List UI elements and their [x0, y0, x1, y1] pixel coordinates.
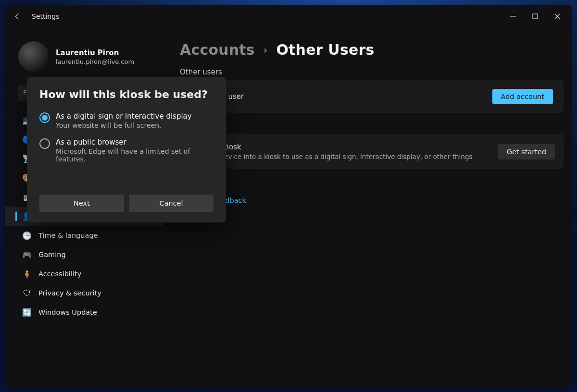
option-sub: Your website will be full screen. — [56, 122, 192, 129]
kiosk-title: Set up a kiosk — [190, 143, 498, 151]
chevron-right-icon: › — [263, 44, 267, 56]
option-sub: Microsoft Edge will have a limited set o… — [56, 147, 213, 163]
add-user-card: Add other user Add account — [180, 80, 564, 113]
sidebar-item-time[interactable]: 🕒Time & language — [5, 226, 163, 245]
kiosk-sub: Turn this device into a kiosk to use as … — [190, 153, 498, 160]
cancel-button[interactable]: Cancel — [129, 195, 213, 212]
kiosk-usage-dialog: How will this kiosk be used? As a digita… — [27, 77, 226, 222]
add-account-button[interactable]: Add account — [492, 89, 553, 104]
title-bar: Settings — [5, 5, 572, 28]
gaming-icon: 🎮 — [22, 250, 32, 259]
sidebar-item-label: Gaming — [38, 251, 66, 258]
window-title: Settings — [32, 12, 59, 20]
sidebar-item-label: Windows Update — [38, 308, 97, 316]
user-email: laurentiu.piron@live.com — [56, 58, 134, 65]
svg-rect-0 — [510, 16, 516, 17]
dialog-actions: Next Cancel — [39, 195, 213, 212]
sidebar-item-gaming[interactable]: 🎮Gaming — [5, 245, 163, 264]
minimize-button[interactable] — [502, 8, 524, 25]
give-feedback-link[interactable]: 💬 Give feedback — [180, 195, 564, 206]
breadcrumb-parent[interactable]: Accounts — [180, 41, 255, 58]
breadcrumb: Accounts › Other Users — [180, 41, 564, 58]
sidebar-item-label: Privacy & security — [38, 289, 101, 297]
time-icon: 🕒 — [22, 231, 32, 240]
option-title: As a digital sign or interactive display — [56, 112, 192, 121]
section-other-users: Other users — [180, 68, 564, 76]
settings-window: Settings Laurentiu Piron laurentiu.piron… — [5, 5, 572, 387]
option-title: As a public browser — [56, 138, 213, 147]
sidebar-item-label: Accessibility — [38, 270, 81, 278]
get-started-button[interactable]: Get started — [498, 144, 555, 159]
sidebar-item-accessibility[interactable]: 🧍Accessibility — [5, 264, 163, 283]
next-button[interactable]: Next — [39, 195, 124, 212]
close-button[interactable] — [546, 8, 568, 25]
maximize-button[interactable] — [524, 8, 546, 25]
breadcrumb-current: Other Users — [276, 41, 374, 58]
sidebar-item-update[interactable]: 🔄Windows Update — [5, 303, 163, 322]
user-name: Laurentiu Piron — [56, 49, 134, 57]
back-button[interactable] — [9, 8, 26, 25]
sidebar-item-privacy[interactable]: 🛡Privacy & security — [5, 283, 163, 303]
user-profile[interactable]: Laurentiu Piron laurentiu.piron@live.com — [5, 35, 163, 82]
avatar — [18, 41, 49, 72]
radio-icon — [39, 112, 50, 123]
dialog-title: How will this kiosk be used? — [39, 88, 213, 100]
radio-option-public-browser[interactable]: As a public browser Microsoft Edge will … — [39, 136, 213, 170]
privacy-icon: 🛡 — [22, 288, 32, 298]
window-controls — [502, 8, 568, 25]
svg-rect-1 — [533, 14, 538, 19]
update-icon: 🔄 — [22, 307, 32, 317]
sidebar-item-label: Time & language — [38, 232, 98, 239]
get-help-link[interactable]: ❔ Get help — [180, 180, 564, 190]
accessibility-icon: 🧍 — [22, 269, 32, 279]
kiosk-card: Set up a kiosk Turn this device into a k… — [180, 134, 564, 169]
radio-icon — [39, 138, 50, 149]
radio-option-digital-sign[interactable]: As a digital sign or interactive display… — [39, 110, 213, 136]
